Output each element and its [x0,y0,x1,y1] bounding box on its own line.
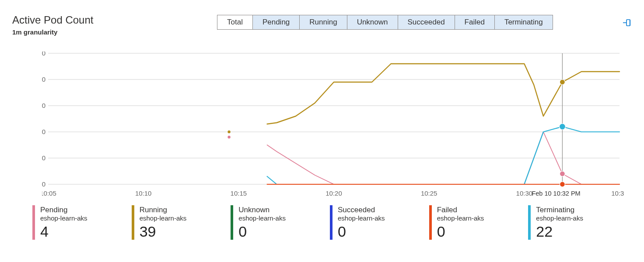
legend-swatch [330,205,332,240]
svg-text:10:30: 10:30 [516,190,533,197]
svg-point-25 [228,136,230,138]
legend-label: Unknown [238,205,286,214]
filter-total[interactable]: Total [217,15,253,29]
svg-rect-1 [626,20,630,26]
svg-point-24 [228,131,230,133]
svg-text:30: 30 [42,102,46,109]
svg-point-29 [560,182,565,187]
legend-value: 0 [338,224,385,240]
legend-item-running[interactable]: Running eshop-learn-aks 39 [132,205,231,240]
svg-text:Feb 10 10:32 PM: Feb 10 10:32 PM [532,190,580,197]
svg-text:10:25: 10:25 [421,190,438,197]
svg-text:0: 0 [42,180,46,188]
legend-value: 0 [238,224,286,240]
svg-point-26 [560,79,565,85]
legend: Pending eshop-learn-aks 4 Running eshop-… [32,205,627,240]
legend-swatch [429,205,432,240]
svg-text:20: 20 [42,128,46,135]
legend-sublabel: eshop-learn-aks [437,214,484,223]
filter-unknown[interactable]: Unknown [347,15,398,29]
filter-bar: Total Pending Running Unknown Succeeded … [217,15,553,30]
legend-item-unknown[interactable]: Unknown eshop-learn-aks 0 [231,205,330,240]
legend-sublabel: eshop-learn-aks [536,214,583,223]
legend-value: 0 [437,224,484,240]
legend-swatch [231,205,233,240]
legend-item-failed[interactable]: Failed eshop-learn-aks 0 [429,205,528,240]
svg-text:10:20: 10:20 [326,190,342,197]
svg-text:50: 50 [42,52,46,57]
legend-item-pending[interactable]: Pending eshop-learn-aks 4 [32,205,132,240]
pin-icon[interactable] [622,17,633,30]
legend-swatch [528,205,531,240]
svg-text:10:35: 10:35 [611,190,624,197]
legend-label: Pending [40,205,88,214]
legend-label: Running [140,205,187,214]
chart-panel: Active Pod Count 1m granularity Total Pe… [0,0,644,262]
legend-label: Failed [437,205,484,214]
svg-point-27 [559,124,565,130]
svg-text:40: 40 [42,76,46,83]
legend-sublabel: eshop-learn-aks [140,214,187,223]
legend-value: 39 [140,224,187,240]
chart-plot[interactable]: 0102030405010:0510:1010:1510:2010:2510:3… [42,52,624,190]
legend-sublabel: eshop-learn-aks [338,214,385,223]
svg-text:10: 10 [42,154,46,162]
legend-label: Succeeded [338,205,385,214]
legend-item-terminating[interactable]: Terminating eshop-learn-aks 22 [528,205,627,240]
legend-swatch [132,205,134,240]
svg-text:10:10: 10:10 [135,190,152,197]
legend-value: 22 [536,224,583,240]
filter-terminating[interactable]: Terminating [495,15,553,29]
legend-item-succeeded[interactable]: Succeeded eshop-learn-aks 0 [330,205,429,240]
legend-label: Terminating [536,205,583,214]
legend-sublabel: eshop-learn-aks [238,214,286,223]
legend-swatch [32,205,35,240]
filter-running[interactable]: Running [300,15,347,29]
svg-text:10:15: 10:15 [231,190,247,197]
svg-text:10:05: 10:05 [42,190,56,197]
filter-succeeded[interactable]: Succeeded [398,15,455,29]
filter-pending[interactable]: Pending [253,15,300,29]
legend-value: 4 [40,224,88,240]
svg-point-28 [560,171,565,176]
legend-sublabel: eshop-learn-aks [40,214,88,223]
filter-failed[interactable]: Failed [455,15,495,29]
